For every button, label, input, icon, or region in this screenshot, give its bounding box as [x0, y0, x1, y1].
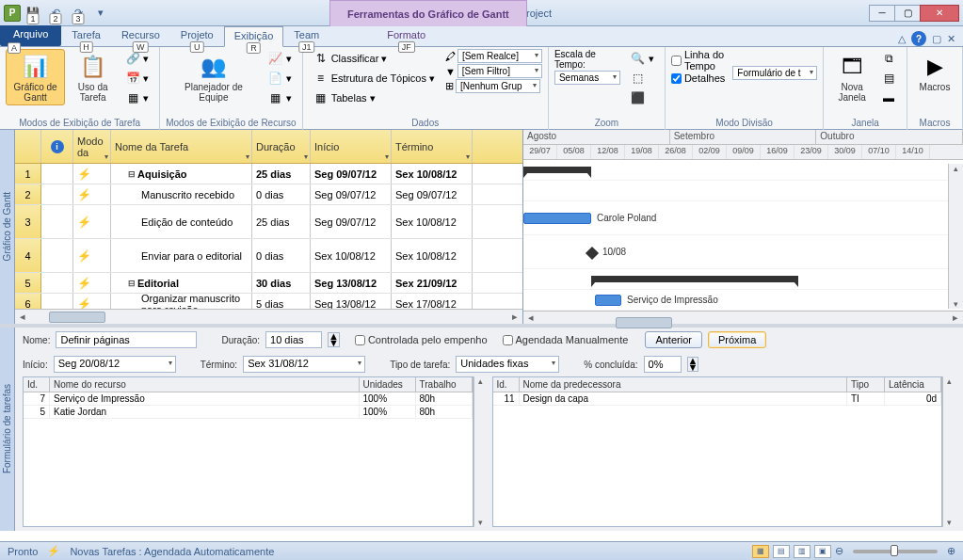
- col-end[interactable]: Término▾: [392, 130, 473, 163]
- week-cell[interactable]: 26/08: [659, 145, 693, 159]
- cell-mode[interactable]: ⚡: [73, 273, 111, 293]
- cell-name[interactable]: ⊟Editorial: [111, 273, 252, 293]
- cell-duration[interactable]: 25 dias: [252, 164, 311, 184]
- scroll-up-icon[interactable]: ▴: [947, 376, 952, 386]
- pred-col-name[interactable]: Nome da predecessora: [520, 377, 848, 392]
- table-row[interactable]: 1⚡⊟Aquisição25 diasSeg 09/07/12Sex 10/08…: [15, 164, 522, 184]
- tab-recurso[interactable]: RecursoW: [111, 25, 170, 46]
- cell-start[interactable]: Seg 13/08/12: [311, 294, 392, 309]
- res-col-units[interactable]: Unidades: [360, 377, 416, 392]
- pred-col-id[interactable]: Id.: [493, 377, 520, 392]
- scroll-right-icon[interactable]: ▸: [948, 312, 963, 324]
- row-number[interactable]: 6: [15, 294, 41, 309]
- month-cell[interactable]: Setembro: [670, 130, 817, 144]
- table-row[interactable]: 4⚡Enviar para o editorial0 diasSex 10/08…: [15, 239, 522, 273]
- resource-other-button[interactable]: ▦▾: [264, 88, 297, 107]
- scroll-right-icon[interactable]: ▸: [507, 311, 522, 323]
- tab-formato[interactable]: FormatoJF: [377, 25, 436, 46]
- percent-spinner[interactable]: ▲▼: [687, 357, 699, 372]
- tab-team[interactable]: TeamJ1: [283, 25, 329, 46]
- view-gantt-button[interactable]: ▦: [752, 545, 769, 558]
- maximize-button[interactable]: ▢: [894, 5, 921, 22]
- cell-name[interactable]: Edição de conteúdo: [111, 205, 252, 238]
- pred-col-lag[interactable]: Latência: [885, 377, 941, 392]
- scroll-left-icon[interactable]: ◂: [523, 312, 538, 324]
- task-type-combo[interactable]: Unidades fixas: [456, 356, 559, 373]
- resource-sheet-button[interactable]: 📄▾: [264, 69, 297, 88]
- predecessor-row[interactable]: 11Design da capaTI0d: [493, 392, 942, 406]
- week-cell[interactable]: 12/08: [591, 145, 625, 159]
- week-cell[interactable]: 30/09: [828, 145, 862, 159]
- resource-row[interactable]: 5Katie Jordan100%80h: [24, 406, 473, 419]
- effort-driven-checkbox[interactable]: Controlada pelo empenho: [355, 334, 488, 345]
- percent-input[interactable]: [644, 356, 682, 373]
- cell-start[interactable]: Seg 09/07/12: [311, 164, 392, 184]
- tables-button[interactable]: ▦Tabelas ▾: [309, 88, 440, 107]
- res-col-work[interactable]: Trabalho: [416, 377, 473, 392]
- cell-end[interactable]: Seg 09/07/12: [392, 184, 473, 204]
- cell-start[interactable]: Seg 13/08/12: [311, 273, 392, 293]
- qat-customize-button[interactable]: ▾: [90, 4, 111, 23]
- manually-scheduled-checkbox[interactable]: Agendada Manualmente: [503, 334, 629, 345]
- macros-button[interactable]: ▶ Macros: [913, 49, 956, 95]
- predecessors-vscroll[interactable]: ▴▾: [942, 376, 955, 527]
- week-cell[interactable]: 16/09: [761, 145, 794, 159]
- sort-button[interactable]: ⇅Classificar ▾: [309, 49, 440, 68]
- cell-end[interactable]: Sex 10/08/12: [392, 239, 473, 272]
- minimize-button[interactable]: ─: [869, 5, 895, 22]
- highlight-combo[interactable]: [Sem Realce]: [457, 49, 542, 63]
- week-cell[interactable]: 19/08: [625, 145, 659, 159]
- scroll-down-icon[interactable]: ▾: [947, 518, 952, 527]
- week-cell[interactable]: 02/09: [693, 145, 727, 159]
- window-restore-icon[interactable]: ▢: [932, 33, 941, 45]
- zoom-out-button[interactable]: ⊖: [835, 545, 843, 557]
- qat-save-button[interactable]: 💾1: [23, 4, 43, 23]
- app-icon[interactable]: P: [4, 5, 21, 22]
- week-cell[interactable]: 14/10: [896, 145, 930, 159]
- expand-icon[interactable]: ⊟: [128, 169, 136, 179]
- ribbon-minimize-icon[interactable]: △: [898, 33, 906, 45]
- row-number[interactable]: 3: [15, 205, 41, 238]
- next-button[interactable]: Próxima: [708, 331, 766, 348]
- view-name-sidebar[interactable]: Gráfico de Gantt: [0, 130, 15, 324]
- previous-button[interactable]: Anterior: [645, 331, 702, 348]
- scroll-thumb[interactable]: [616, 317, 672, 328]
- task-usage-button[interactable]: 📋 Uso da Tarefa: [67, 49, 119, 105]
- qat-undo-button[interactable]: ↶2: [45, 4, 66, 23]
- cell-name[interactable]: Enviar para o editorial: [111, 239, 252, 272]
- finish-combo[interactable]: Sex 31/08/12: [243, 356, 365, 373]
- name-input[interactable]: [56, 331, 197, 348]
- entire-project-button[interactable]: ⬚: [626, 69, 659, 88]
- view-task-usage-button[interactable]: ▤: [773, 545, 790, 558]
- cell-duration[interactable]: 0 dias: [252, 184, 311, 204]
- arrange-button[interactable]: ▤: [876, 69, 901, 88]
- cell-end[interactable]: Sex 17/08/12: [392, 294, 473, 309]
- close-button[interactable]: ✕: [920, 5, 959, 22]
- cell-mode[interactable]: ⚡: [73, 239, 111, 272]
- task-bar[interactable]: [595, 295, 621, 306]
- cell-mode[interactable]: ⚡: [73, 205, 111, 238]
- tab-exibicao[interactable]: ExibiçãoR: [224, 26, 284, 47]
- new-window-button[interactable]: 🗔 Nova Janela: [829, 49, 875, 105]
- details-combo[interactable]: Formulário de t: [732, 66, 817, 80]
- help-icon[interactable]: ?: [911, 31, 926, 46]
- cell-name[interactable]: ⊟Aquisição: [111, 164, 252, 184]
- scroll-thumb[interactable]: [49, 312, 105, 323]
- col-name[interactable]: Nome da Tarefa▾: [111, 130, 252, 163]
- resources-vscroll[interactable]: ▴▾: [473, 376, 487, 527]
- cell-indicator[interactable]: [41, 184, 73, 204]
- gantt-hscroll[interactable]: ◂ ▸: [523, 311, 963, 324]
- view-resource-sheet-button[interactable]: ▣: [814, 545, 831, 558]
- scroll-down-icon[interactable]: ▾: [954, 299, 958, 309]
- cell-indicator[interactable]: [41, 205, 73, 238]
- selected-tasks-button[interactable]: ⬛: [626, 88, 659, 107]
- pred-col-type[interactable]: Tipo: [847, 377, 885, 392]
- cell-duration[interactable]: 0 dias: [252, 239, 311, 272]
- tab-tarefa[interactable]: TarefaH: [61, 25, 111, 46]
- cell-indicator[interactable]: [41, 273, 73, 293]
- milestone-icon[interactable]: [586, 247, 599, 260]
- hide-button[interactable]: ▬: [876, 88, 901, 107]
- col-indicators[interactable]: i: [41, 130, 73, 163]
- switch-windows-button[interactable]: ⧉: [876, 49, 901, 68]
- cell-end[interactable]: Sex 21/09/12: [392, 273, 473, 293]
